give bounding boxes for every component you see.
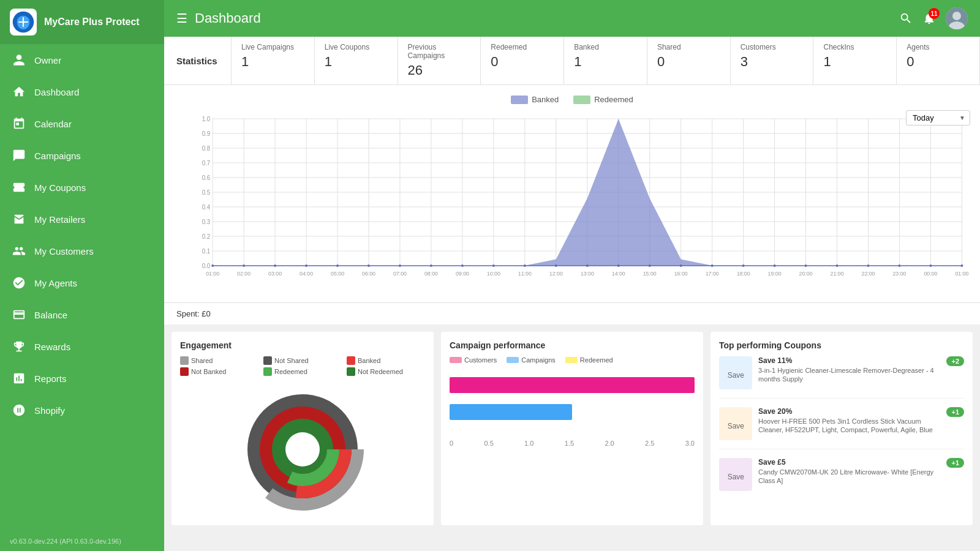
svg-point-61 xyxy=(492,264,495,267)
avatar[interactable] xyxy=(946,7,968,29)
svg-text:01:00: 01:00 xyxy=(206,271,219,277)
stat-card-label: Previous Campaigns xyxy=(408,43,471,60)
sidebar-item-owner[interactable]: Owner xyxy=(0,44,164,76)
svg-text:04:00: 04:00 xyxy=(300,271,313,277)
svg-point-72 xyxy=(836,264,839,267)
donut-chart xyxy=(241,388,364,511)
notification-badge: 11 xyxy=(929,8,940,19)
coupon-list: Save 1 Save 11% 3-in-1 Hygienic Cleaner-… xyxy=(719,356,964,500)
menu-icon[interactable]: ☰ xyxy=(176,11,187,26)
sidebar-item-dashboard[interactable]: Dashboard xyxy=(0,76,164,108)
svg-point-59 xyxy=(430,264,432,267)
stat-card-label: Customers xyxy=(741,43,804,51)
coupon-title: Save 11% xyxy=(758,356,940,365)
sidebar-item-balance[interactable]: Balance xyxy=(0,299,164,331)
campaign-legend: CustomersCampaignsRedeemed xyxy=(450,356,695,364)
top-coupons-panel: Top performing Coupons Save 1 Save 11% 3… xyxy=(710,332,973,525)
svg-text:11:00: 11:00 xyxy=(518,271,532,277)
chart-container: Today This Week This Month This Year 1.0… xyxy=(164,107,980,302)
topbar-left: ☰ Dashboard xyxy=(176,10,261,26)
stat-card-label: Live Coupons xyxy=(325,43,388,51)
sidebar-item-calendar-label: Calendar xyxy=(34,119,72,129)
camp-label: Customers xyxy=(464,356,497,364)
sidebar-item-my-customers[interactable]: My Customers xyxy=(0,235,164,267)
svg-point-73 xyxy=(867,264,870,267)
home-icon xyxy=(12,85,26,99)
bar-fill xyxy=(450,377,695,393)
coupon-item: Save 1 Save 11% 3-in-1 Hygienic Cleaner-… xyxy=(719,356,964,399)
coupon-info: Save 20% Hoover H-FREE 500 Pets 3in1 Cor… xyxy=(758,407,940,435)
sidebar-item-rewards-label: Rewards xyxy=(34,342,70,352)
svg-text:Save £: Save £ xyxy=(728,473,745,481)
sidebar-item-my-coupons[interactable]: My Coupons xyxy=(0,171,164,203)
svg-point-66 xyxy=(649,264,651,267)
eng-dot xyxy=(180,367,189,376)
svg-point-2 xyxy=(952,12,961,20)
svg-text:02:00: 02:00 xyxy=(237,271,251,277)
eng-label: Not Banked xyxy=(191,368,226,375)
app-title: MyCare Plus Protect xyxy=(44,17,140,28)
svg-point-55 xyxy=(305,264,307,267)
coupon-desc: 3-in-1 Hygienic Cleaner-Limescale Remove… xyxy=(758,366,940,384)
eng-dot xyxy=(347,367,355,376)
reports-icon xyxy=(12,372,26,385)
svg-point-71 xyxy=(805,264,807,267)
svg-text:16:00: 16:00 xyxy=(674,271,688,277)
campaign-legend-item: Redeemed xyxy=(565,356,613,364)
camp-dot xyxy=(450,357,462,363)
engagement-legend: SharedNot SharedBankedNot BankedRedeemed… xyxy=(180,356,425,376)
sidebar-item-reports[interactable]: Reports xyxy=(0,362,164,394)
stats-label: Statistics xyxy=(164,37,232,84)
stat-card: Shared0 xyxy=(647,37,731,84)
engagement-legend-item: Not Banked xyxy=(180,367,258,376)
sidebar-item-my-retailers[interactable]: My Retailers xyxy=(0,203,164,235)
sidebar-item-dashboard-label: Dashboard xyxy=(34,87,79,97)
topbar-title: Dashboard xyxy=(195,10,261,26)
sidebar-item-my-customers-label: My Customers xyxy=(34,246,94,257)
person-icon xyxy=(12,53,26,67)
svg-text:1.0: 1.0 xyxy=(202,116,211,122)
time-select[interactable]: Today This Week This Month This Year xyxy=(906,110,970,126)
chart-legend: Banked Redeemed xyxy=(164,91,980,107)
svg-point-53 xyxy=(243,264,245,267)
coupon-thumbnail: Save £ xyxy=(719,458,752,491)
coupon-info: Save £5 Candy CMW2070M-UK 20 Litre Micro… xyxy=(758,458,940,485)
engagement-title: Engagement xyxy=(180,340,425,350)
svg-text:18:00: 18:00 xyxy=(737,271,750,277)
notification-icon[interactable]: 11 xyxy=(922,12,936,25)
engagement-legend-item: Not Shared xyxy=(263,356,342,365)
redeemed-color xyxy=(573,96,590,104)
legend-banked-label: Banked xyxy=(532,95,559,104)
sidebar-item-my-coupons-label: My Coupons xyxy=(34,182,86,193)
sidebar-footer: v0.63.0-dev.224 (API 0.63.0-dev.196) xyxy=(0,531,164,551)
svg-point-65 xyxy=(617,264,620,267)
svg-point-68 xyxy=(711,264,714,267)
sidebar-item-my-agents[interactable]: My Agents xyxy=(0,267,164,299)
calendar-icon xyxy=(12,117,26,130)
eng-dot xyxy=(263,367,272,376)
engagement-legend-item: Shared xyxy=(180,356,258,365)
stat-card-value: 26 xyxy=(408,62,471,78)
chart-time-select-wrapper[interactable]: Today This Week This Month This Year xyxy=(906,110,970,126)
svg-point-63 xyxy=(555,264,557,267)
svg-text:0.9: 0.9 xyxy=(202,130,211,137)
chart-section: Banked Redeemed Today This Week This Mon… xyxy=(164,85,980,302)
svg-text:0.2: 0.2 xyxy=(202,233,211,240)
svg-text:22:00: 22:00 xyxy=(862,271,875,277)
svg-text:13:00: 13:00 xyxy=(581,271,594,277)
sidebar-item-calendar[interactable]: Calendar xyxy=(0,108,164,140)
svg-point-62 xyxy=(524,264,526,267)
search-icon[interactable] xyxy=(899,12,913,25)
engagement-panel: Engagement SharedNot SharedBankedNot Ban… xyxy=(172,332,434,525)
stat-card: Redeemed0 xyxy=(481,37,564,84)
svg-text:Save 1: Save 1 xyxy=(728,371,745,380)
eng-dot xyxy=(263,356,272,365)
coupon-title: Save £5 xyxy=(758,458,940,467)
sidebar-item-campaigns[interactable]: Campaigns xyxy=(0,140,164,171)
svg-point-76 xyxy=(960,264,963,267)
sidebar-item-rewards[interactable]: Rewards xyxy=(0,331,164,362)
rewards-icon xyxy=(12,340,26,353)
sidebar-item-shopify[interactable]: Shopify xyxy=(0,394,164,426)
svg-text:Save 2: Save 2 xyxy=(728,422,745,430)
svg-text:15:00: 15:00 xyxy=(643,271,657,277)
